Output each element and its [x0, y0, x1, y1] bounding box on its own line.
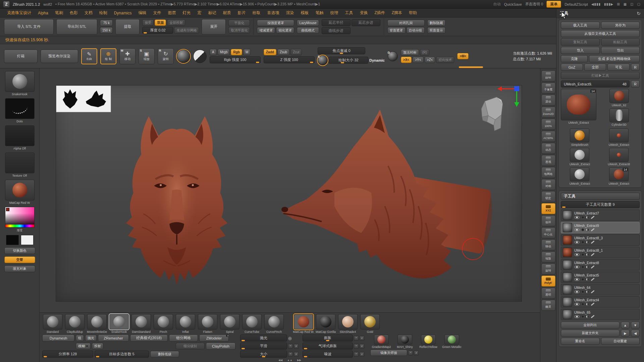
scroll-left-icon[interactable]: ◀◀ — [278, 359, 282, 362]
right-shelf-button[interactable]: 锁定 — [541, 191, 555, 202]
uv-toggle-icon[interactable] — [586, 253, 589, 256]
mrgb-button[interactable]: Mrgb — [218, 49, 230, 55]
fill-object-button[interactable]: 填充对象 — [4, 265, 35, 272]
polypaint-toggle-icon[interactable] — [581, 315, 584, 318]
right-shelf-button[interactable]: AC50% — [541, 131, 555, 142]
balloon-star-toggle[interactable]: * — [354, 344, 359, 349]
menu-item[interactable]: 纹理 — [327, 9, 341, 17]
polypaint-toggle-icon[interactable] — [581, 241, 584, 244]
visibility-eye-icon[interactable] — [574, 265, 580, 268]
symmetry-x-button[interactable]: >X< — [401, 57, 412, 63]
right-shelf-button[interactable]: 缩放 — [541, 251, 555, 262]
menu-item[interactable]: 文档 — [82, 9, 96, 17]
subtool-header[interactable]: 子工具 — [561, 193, 640, 200]
material-tray-item[interactable]: MatCap Gorilla — [315, 314, 336, 334]
switch-color-button[interactable]: 切换颜色 — [4, 247, 35, 254]
edit-mode-button[interactable]: ✎ Edit — [81, 48, 97, 64]
150k-button[interactable]: 150 k — [100, 27, 113, 34]
scroll-right-icon[interactable]: ▶▶ — [297, 359, 301, 362]
brush-edit-icon[interactable] — [591, 278, 594, 281]
polish-toggle-button[interactable]: 抛光 — [85, 335, 97, 341]
right-shelf-button[interactable]: 地网格 — [541, 167, 555, 178]
menu-item[interactable]: 材质 — [220, 9, 234, 17]
rotate-mode-button[interactable]: R ↻ 旋转 — [158, 48, 174, 64]
subtool-row[interactable]: UMesh_Extract8 — [561, 259, 640, 270]
tool-thumbnail-item[interactable]: UMesh_Extract8 — [600, 148, 638, 166]
material-tray-item[interactable]: MatCap Red W. — [293, 314, 314, 334]
close-holes-button[interactable]: 封闭孔洞 — [387, 20, 425, 26]
menu-item[interactable]: 影片 — [234, 9, 249, 17]
visibility-eye-icon[interactable] — [574, 216, 580, 219]
menu-item[interactable]: 编辑 — [135, 9, 149, 17]
visibility-eye-icon[interactable] — [574, 315, 580, 318]
uv-toggle-icon[interactable] — [586, 216, 589, 219]
brush-selector[interactable]: SnakeHook — [5, 71, 35, 96]
tool-thumbnail-item[interactable]: UMesh_Extract — [561, 167, 599, 185]
subdiv-level-slider[interactable]: 细分级别 — [176, 343, 205, 349]
goz-all-button[interactable]: 全部 — [584, 64, 606, 71]
visibility-eye-icon[interactable] — [574, 290, 580, 293]
polypaint-toggle-icon[interactable] — [581, 253, 584, 256]
right-shelf-button[interactable]: 旋转 — [541, 263, 555, 275]
save-as-button[interactable]: 另存为 — [601, 22, 640, 29]
legacy-2018-button[interactable]: 经典模式(2018) — [130, 335, 168, 342]
material-tray-item[interactable]: Green Metallic — [441, 335, 463, 349]
import-stl-button[interactable]: 导入 STL 文件 — [4, 19, 54, 35]
brush-tray-item[interactable]: SnakeHook — [109, 314, 129, 334]
uv-toggle-icon[interactable] — [586, 315, 589, 318]
brush-tray-item[interactable]: Standard — [42, 314, 63, 334]
material-selector[interactable]: MatCap Red W — [5, 180, 35, 204]
polypaint-toggle-icon[interactable] — [581, 228, 584, 231]
auto-rebuild-button[interactable]: 自动重建 — [601, 338, 640, 345]
main-color-swatch[interactable] — [6, 235, 19, 245]
brush-tray-item[interactable]: Spiral — [219, 314, 240, 334]
make-boolean-mesh-button[interactable]: 生成布尔网格 — [174, 27, 199, 34]
zcut-button[interactable]: Zcut — [290, 49, 302, 55]
right-shelf-button[interactable]: 对称 — [541, 179, 555, 190]
menu-item[interactable]: 宏 — [194, 9, 204, 17]
rgb-intensity-slider[interactable]: Rgb 强度 100 — [210, 56, 261, 63]
right-shelf-button[interactable]: 中心点 — [541, 227, 555, 238]
lazymouse-button[interactable]: LazyMouse — [297, 20, 319, 26]
right-shelf-button[interactable]: 移动 — [541, 239, 555, 250]
secondary-color-swatch[interactable] — [21, 235, 34, 245]
brush-edit-icon[interactable] — [591, 240, 594, 244]
menu-button[interactable]: 菜单 — [546, 1, 561, 8]
menu-item[interactable]: 拾取 — [249, 9, 263, 17]
polish-circle-icon[interactable]: ◎ — [288, 336, 291, 341]
new-folder-button[interactable]: 新建文件夹 — [561, 330, 620, 337]
balloon-z-toggle[interactable]: z — [360, 344, 364, 349]
uv-toggle-icon[interactable] — [586, 278, 589, 281]
visibility-eye-icon[interactable] — [574, 253, 580, 256]
groups-button[interactable]: 组 — [76, 335, 84, 341]
balloon-slider[interactable]: 气球式膨胀 — [303, 343, 353, 350]
right-shelf-button[interactable]: 循环 — [541, 215, 555, 226]
brush-tray-item[interactable]: Inflat — [175, 314, 196, 334]
menu-item[interactable]: 克造珠宝设计 — [4, 9, 34, 17]
rename-button[interactable]: 重命名 — [561, 338, 600, 345]
double-sided-button[interactable]: 双面 — [155, 19, 166, 26]
menu-item[interactable]: 绘制 — [96, 9, 110, 17]
goz-r-button[interactable]: R — [631, 64, 640, 71]
move-mode-button[interactable]: M ✚ 移动 — [119, 48, 136, 64]
menu-item[interactable]: 文件 — [150, 9, 164, 17]
brush-edit-icon[interactable] — [591, 253, 594, 256]
polypaint-toggle-icon[interactable] — [581, 278, 584, 281]
brush-edit-icon[interactable] — [591, 315, 594, 318]
lazy-step-slider[interactable]: 延迟步进 — [352, 19, 380, 26]
zmodeler-button[interactable]: ZModeler1 — [199, 335, 229, 342]
current-tool-r-button[interactable]: R — [631, 80, 640, 87]
material-tray-item[interactable]: GradientMap2 — [370, 335, 392, 349]
stroke-selector[interactable]: Dots — [5, 98, 35, 123]
zremesher-button[interactable]: ZRemesher — [98, 335, 129, 342]
add-panel-icon[interactable]: ⊞ — [617, 2, 620, 6]
brush-edit-icon[interactable] — [591, 228, 594, 231]
maximize-icon[interactable]: ▢ — [637, 2, 641, 6]
copy-tool-button[interactable]: 复制工具 — [561, 39, 600, 46]
brush-tray-item[interactable]: Flatten — [197, 314, 218, 334]
subtool-up-button[interactable]: ▲ — [621, 322, 630, 328]
subtool-row[interactable]: UMesh_Extract5 — [561, 272, 640, 283]
zadd-button[interactable]: Zadd — [264, 49, 276, 55]
menu-item[interactable]: 灯光 — [179, 9, 194, 17]
brush-tray-item[interactable]: Pinch — [153, 314, 174, 334]
